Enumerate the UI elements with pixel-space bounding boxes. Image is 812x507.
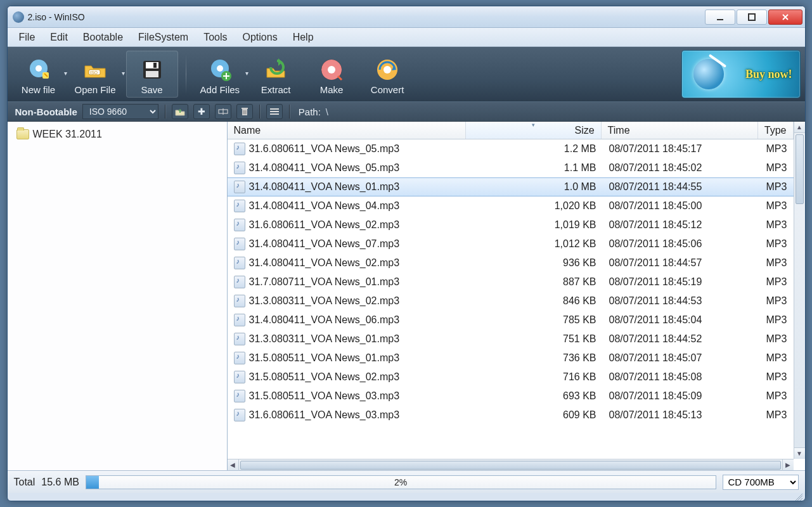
col-header-type[interactable]: Type [758,122,794,139]
make-button[interactable]: Make [306,51,358,98]
file-type: MP3 [760,238,794,250]
add-button[interactable]: ✚ [193,104,210,119]
mp3-icon [234,390,245,402]
table-row[interactable]: 31.6.080611_VOA News_03.mp3609 KB08/07/2… [228,406,794,425]
dropdown-icon[interactable]: ▾ [245,70,248,77]
medium-select[interactable]: CD 700MB [723,475,799,490]
table-row[interactable]: 31.3.080311_VOA News_02.mp3846 KB08/07/2… [228,292,794,311]
file-size: 887 KB [467,276,603,288]
table-row[interactable]: 31.5.080511_VOA News_01.mp3736 KB08/07/2… [228,349,794,368]
column-headers: Name ▾ Size Time Type [228,122,805,139]
file-type: MP3 [760,333,794,345]
file-time: 08/07/2011 18:45:06 [603,238,760,250]
table-row[interactable]: 31.6.080611_VOA News_05.mp31.2 MB08/07/2… [228,139,794,158]
menu-help[interactable]: Help [285,29,321,46]
scroll-down-icon[interactable]: ▼ [794,447,805,459]
close-button[interactable] [768,10,802,25]
svg-rect-22 [242,108,248,109]
file-name: 31.5.080511_VOA News_01.mp3 [249,352,400,364]
file-size: 1,019 KB [467,219,603,231]
folder-tree[interactable]: WEEK 31.2011 [8,122,228,470]
table-row[interactable]: 31.5.080511_VOA News_03.mp3693 KB08/07/2… [228,387,794,406]
file-size: 936 KB [467,257,603,269]
filesystem-select[interactable]: ISO 9660 [82,104,158,119]
content-area: WEEK 31.2011 Name ▾ Size Time Type 31.6.… [8,122,805,470]
file-time: 08/07/2011 18:45:00 [603,200,760,212]
menu-filesystem[interactable]: FileSystem [131,29,196,46]
mp3-icon [234,409,245,421]
divider [259,105,260,119]
col-header-size[interactable]: ▾ Size [466,122,601,139]
resize-grip[interactable] [8,493,805,501]
view-mode-button[interactable] [266,104,283,119]
svg-rect-27 [270,111,279,112]
table-row[interactable]: 31.3.080311_VOA News_01.mp3751 KB08/07/2… [228,330,794,349]
dropdown-icon[interactable]: ▾ [64,70,67,77]
table-row[interactable]: 31.6.080611_VOA News_02.mp31,019 KB08/07… [228,215,794,234]
minimize-button[interactable] [705,10,735,25]
file-time: 08/07/2011 18:44:53 [603,295,760,307]
file-time: 08/07/2011 18:44:52 [603,333,760,345]
open-file-button[interactable]: ISO Open File ▾ [68,51,122,98]
extract-button[interactable]: Extract [250,51,302,98]
scroll-up-icon[interactable]: ▲ [794,122,805,133]
maximize-button[interactable] [737,10,767,25]
table-row[interactable]: 31.4.080411_VOA News_01.mp31.0 MB08/07/2… [228,177,794,196]
hscroll-thumb[interactable] [240,461,781,470]
new-file-label: New file [22,84,55,95]
table-row[interactable]: 31.4.080411_VOA News_06.mp3785 KB08/07/2… [228,311,794,330]
convert-button[interactable]: Convert [361,51,413,98]
file-size: 1,020 KB [467,200,603,212]
scroll-left-icon[interactable]: ◀ [228,459,239,471]
menu-edit[interactable]: Edit [42,29,75,46]
file-type: MP3 [760,257,794,269]
dropdown-icon[interactable]: ▾ [122,70,125,77]
file-type: MP3 [760,352,794,364]
rename-button[interactable] [215,104,231,119]
delete-button[interactable] [236,104,253,119]
path-value: \ [326,106,328,117]
divider [165,105,165,119]
menu-bootable[interactable]: Bootable [75,29,131,46]
svg-rect-10 [146,71,158,77]
table-row[interactable]: 31.4.080411_VOA News_02.mp3936 KB08/07/2… [228,254,794,273]
total-label: Total [14,477,35,488]
table-row[interactable]: 31.4.080411_VOA News_05.mp31.1 MB08/07/2… [228,158,794,177]
convert-label: Convert [371,84,404,95]
add-files-button[interactable]: Add Files ▾ [194,51,247,98]
table-row[interactable]: 31.4.080411_VOA News_07.mp31,012 KB08/07… [228,234,794,254]
buy-now-button[interactable]: Buy now! [682,51,800,98]
save-button[interactable]: Save [126,51,178,98]
new-file-button[interactable]: New file ▾ [13,51,65,98]
menu-tools[interactable]: Tools [196,29,235,46]
scroll-thumb[interactable] [796,134,804,204]
mp3-icon [234,200,245,212]
svg-point-16 [328,66,335,74]
horizontal-scrollbar[interactable]: ◀ ▶ [228,459,794,470]
table-row[interactable]: 31.4.080411_VOA News_04.mp31,020 KB08/07… [228,196,794,215]
scroll-right-icon[interactable]: ▶ [782,459,794,471]
table-row[interactable]: 31.5.080511_VOA News_02.mp3716 KB08/07/2… [228,368,794,387]
titlebar[interactable]: 2.iso - WinISO [8,6,805,28]
up-folder-button[interactable] [172,104,188,119]
file-name: 31.6.080611_VOA News_05.mp3 [249,143,400,155]
file-time: 08/07/2011 18:45:07 [603,352,760,364]
menu-file[interactable]: File [11,29,43,46]
file-size: 846 KB [467,295,603,307]
menu-options[interactable]: Options [235,29,285,46]
mp3-icon [234,371,245,383]
save-icon [139,56,165,83]
file-time: 08/07/2011 18:45:12 [603,219,760,231]
file-size: 609 KB [467,409,603,421]
extract-label: Extract [261,84,291,95]
convert-icon [374,56,401,83]
col-header-name[interactable]: Name [228,122,467,139]
file-size: 1.0 MB [467,181,603,193]
table-row[interactable]: 31.7.080711_VOA News_01.mp3887 KB08/07/2… [228,273,794,292]
total-value: 15.6 MB [41,477,79,488]
file-type: MP3 [760,295,794,307]
svg-rect-1 [749,14,755,20]
tree-root-item[interactable]: WEEK 31.2011 [14,127,221,142]
vertical-scrollbar[interactable]: ▲ ▼ [794,122,805,459]
col-header-time[interactable]: Time [602,122,758,139]
